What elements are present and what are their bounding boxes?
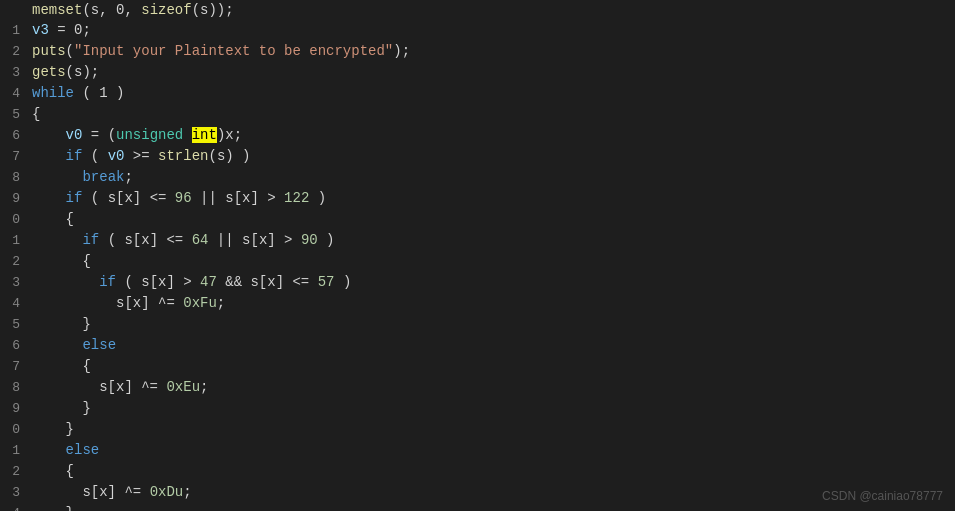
line-number: 4: [0, 294, 28, 314]
line-content: s[x] ^= 0xEu;: [28, 377, 955, 397]
line-number: 2: [0, 252, 28, 272]
code-line: 9 if ( s[x] <= 96 || s[x] > 122 ): [0, 188, 955, 209]
line-content: if ( s[x] <= 96 || s[x] > 122 ): [28, 188, 955, 208]
code-line: 5 }: [0, 314, 955, 335]
code-line: 0 }: [0, 419, 955, 440]
code-line: 8 s[x] ^= 0xEu;: [0, 377, 955, 398]
line-number: 1: [0, 441, 28, 461]
line-content: }: [28, 503, 955, 511]
code-container: memset(s, 0, sizeof(s));1v3 = 0;2puts("I…: [0, 0, 955, 511]
line-content: {: [28, 461, 955, 481]
line-content: else: [28, 440, 955, 460]
line-number: 8: [0, 168, 28, 188]
code-line: 4while ( 1 ): [0, 83, 955, 104]
code-line: 0 {: [0, 209, 955, 230]
line-content: }: [28, 398, 955, 418]
line-number: 4: [0, 84, 28, 104]
code-line: 5{: [0, 104, 955, 125]
line-content: if ( s[x] > 47 && s[x] <= 57 ): [28, 272, 955, 292]
line-number: 5: [0, 315, 28, 335]
code-line: 3 s[x] ^= 0xDu;: [0, 482, 955, 503]
line-content: gets(s);: [28, 62, 955, 82]
line-content: }: [28, 419, 955, 439]
line-content: puts("Input your Plaintext to be encrypt…: [28, 41, 955, 61]
code-line: 8 break;: [0, 167, 955, 188]
line-number: 0: [0, 420, 28, 440]
line-number: 9: [0, 189, 28, 209]
line-number: 7: [0, 147, 28, 167]
code-line: 2puts("Input your Plaintext to be encryp…: [0, 41, 955, 62]
line-content: while ( 1 ): [28, 83, 955, 103]
line-number: 6: [0, 336, 28, 356]
line-content: v0 = (unsigned int)x;: [28, 125, 955, 145]
line-content: memset(s, 0, sizeof(s));: [28, 0, 955, 20]
line-content: s[x] ^= 0xFu;: [28, 293, 955, 313]
line-number: 8: [0, 378, 28, 398]
code-line: 4 s[x] ^= 0xFu;: [0, 293, 955, 314]
code-line: 7 if ( v0 >= strlen(s) ): [0, 146, 955, 167]
code-line: 1 if ( s[x] <= 64 || s[x] > 90 ): [0, 230, 955, 251]
code-line: 6 else: [0, 335, 955, 356]
line-number: 2: [0, 462, 28, 482]
code-line: 6 v0 = (unsigned int)x;: [0, 125, 955, 146]
line-number: 1: [0, 21, 28, 41]
line-content: {: [28, 356, 955, 376]
line-number: 1: [0, 231, 28, 251]
line-number: 7: [0, 357, 28, 377]
code-line: 1v3 = 0;: [0, 20, 955, 41]
line-number: 3: [0, 483, 28, 503]
code-line: 2 {: [0, 251, 955, 272]
line-number: 2: [0, 42, 28, 62]
code-line: 3gets(s);: [0, 62, 955, 83]
code-line: 1 else: [0, 440, 955, 461]
code-lines: memset(s, 0, sizeof(s));1v3 = 0;2puts("I…: [0, 0, 955, 511]
code-line: 7 {: [0, 356, 955, 377]
code-line: 2 {: [0, 461, 955, 482]
code-line: 4 }: [0, 503, 955, 511]
line-content: {: [28, 104, 955, 124]
code-line: memset(s, 0, sizeof(s));: [0, 0, 955, 20]
line-content: {: [28, 209, 955, 229]
line-content: v3 = 0;: [28, 20, 955, 40]
line-number: 4: [0, 504, 28, 511]
line-number: 9: [0, 399, 28, 419]
watermark: CSDN @cainiao78777: [822, 489, 943, 503]
line-number: 3: [0, 63, 28, 83]
line-number: 6: [0, 126, 28, 146]
line-number: 0: [0, 210, 28, 230]
line-number: 3: [0, 273, 28, 293]
line-content: if ( v0 >= strlen(s) ): [28, 146, 955, 166]
line-content: break;: [28, 167, 955, 187]
line-number: 5: [0, 105, 28, 125]
line-content: {: [28, 251, 955, 271]
line-content: s[x] ^= 0xDu;: [28, 482, 955, 502]
line-content: }: [28, 314, 955, 334]
code-line: 3 if ( s[x] > 47 && s[x] <= 57 ): [0, 272, 955, 293]
code-line: 9 }: [0, 398, 955, 419]
line-content: if ( s[x] <= 64 || s[x] > 90 ): [28, 230, 955, 250]
line-content: else: [28, 335, 955, 355]
